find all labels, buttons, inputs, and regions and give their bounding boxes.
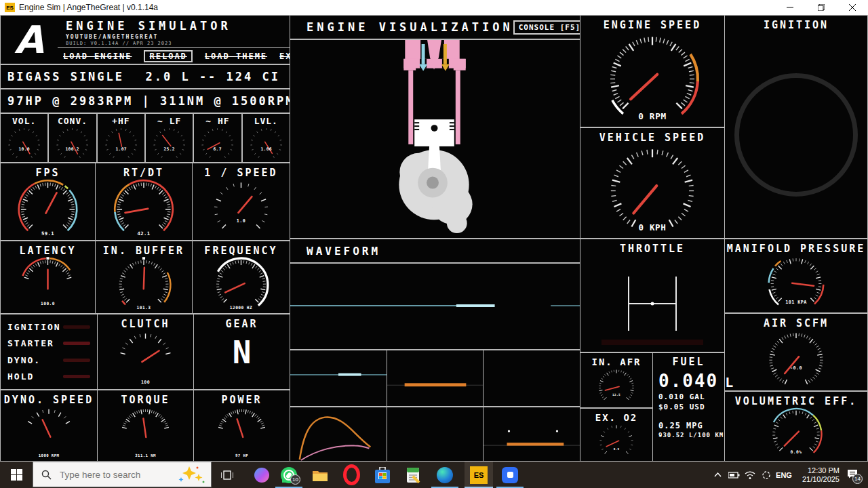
fuel-title: FUEL [658,356,724,368]
throttle-bar [601,340,703,345]
battery-icon[interactable] [726,462,742,488]
menu-load-engine[interactable]: LOAD ENGINE [63,52,132,61]
mixer-gauge-row: VOL.10.0 CONV.100.2 +HF1.07 ~ LF25.2 ~ H… [0,113,290,163]
toggle-hold[interactable]: HOLD [7,371,90,382]
svg-text:100: 100 [141,380,150,385]
wrist-pin [431,125,438,131]
menu-reload[interactable]: RELOAD [144,50,192,62]
file-explorer-icon[interactable] [307,462,334,488]
menu-exit[interactable]: EXIT [279,52,290,61]
gear-value: N [233,334,252,371]
gauge-level: LVL.1.06 [242,113,290,163]
svg-text:0 RPM: 0 RPM [638,111,667,121]
engine-sim-taskbar-icon[interactable]: ES [465,462,493,488]
toggle-dyno[interactable]: DYNO. [7,355,90,365]
screen-clip-icon[interactable] [758,462,774,488]
close-button[interactable] [837,0,868,15]
window-app-icon: ES [5,3,15,12]
notification-center-icon[interactable]: 14 [841,462,864,488]
svg-text:101.3: 101.3 [137,305,151,310]
windows-taskbar: 10 ES [0,462,868,488]
app-menu: LOAD ENGINE RELOAD LOAD THEME EXIT [58,47,290,64]
starter-indicator [63,342,90,345]
gauge-high-freq-noise: ~ HF6.7 [193,113,241,163]
language-indicator[interactable]: ENG [773,462,795,488]
gauge-manifold-pressure: MANIFOLD PRESSURE101 KPA [724,239,868,313]
gauge-air-scfm: AIR SCFM-0.0 [724,313,868,391]
piston [414,119,454,146]
svg-text:100.2: 100.2 [66,146,79,151]
svg-text:101 KPA: 101 KPA [785,300,807,305]
waveform-panel [290,263,580,350]
subchart-empty-bottom [387,407,484,462]
throttle-panel: THROTTLE [580,239,725,352]
torque-power-curves [290,407,387,461]
gear-panel: GEARN [193,314,290,390]
edge-icon[interactable] [431,462,458,488]
microsoft-store-icon[interactable] [369,462,396,488]
svg-text:97 HP: 97 HP [235,453,248,458]
engine-name-panel: BIGASS SINGLE 2.0 L -- 124 CI [0,64,290,89]
cylinder-wall-left [408,70,413,144]
whatsapp-badge: 10 [290,474,300,485]
spreadsheet-app-icon[interactable] [400,462,427,488]
copilot-app-icon[interactable] [248,462,275,488]
svg-text:311.1 NM: 311.1 NM [135,453,156,458]
svg-text:1000 RPM: 1000 RPM [39,453,60,458]
gauge-power: POWER97 HP [193,390,290,462]
tray-chevron-up-icon[interactable] [709,462,726,488]
viz-title: ENGINE VISUALIZATION [290,20,513,34]
app-header-panel: A ENGINE SIMULATOR YOUTUBE/ANGETHEGREAT … [0,15,290,64]
console-button[interactable]: CONSOLE [F5] [513,20,580,35]
window-titlebar: ES Engine Sim | AngeTheGreat | v0.1.14a [0,0,868,15]
search-input[interactable] [58,469,163,481]
gauge-volume: VOL.10.0 [0,113,48,163]
fuel-l100km: 930.52 L/100 KM [658,432,724,439]
clock-date: 21/10/2025 [802,475,840,484]
gauge-input-buffer: IN. BUFFER101.3 [95,241,193,314]
gauge-intake-afr: IN. AFR12.5 [580,352,653,408]
svg-text:10.0: 10.0 [18,146,29,151]
menu-load-theme[interactable]: LOAD THEME [205,52,267,61]
waveform-header-panel: WAVEFORM [290,239,580,263]
power-curve [300,417,371,460]
gauge-convolution: CONV.100.2 [48,113,96,163]
task-view-button[interactable] [214,462,241,488]
svg-text:1.07: 1.07 [115,146,126,151]
engine-name: BIGASS SINGLE [7,70,124,83]
engine-power-panel: 97HP @ 2983RPM | 311NM @ 1500RPM [0,89,290,113]
start-button[interactable] [0,462,33,488]
taskbar-search[interactable] [33,462,212,487]
gauge-rtdt: RT/DT42.1 [95,163,193,241]
gauge-frequency: FREQUENCY12000 HZ [192,241,290,314]
svg-text:-0.0: -0.0 [790,365,802,371]
wifi-icon[interactable] [742,462,758,488]
whatsapp-icon[interactable]: 10 [275,462,302,488]
engine-toggles-panel: IGNITION STARTER DYNO. HOLD [0,314,98,390]
ignition-indicator [63,325,90,329]
fuel-cost: $0.05 USD [658,403,724,411]
gauge-volumetric-efficiency: VOLUMETRIC EFF.0.0% [724,391,868,462]
app-title: ENGINE SIMULATOR [66,19,290,33]
blue-app-icon[interactable] [496,462,524,488]
viz-header-panel: ENGINE VISUALIZATION CONSOLE [F5] [290,15,580,39]
svg-text:42.1: 42.1 [137,230,150,237]
taskbar-clock[interactable]: 12:30 PM 21/10/2025 [802,462,840,488]
subchart-dyno-curves [290,407,387,462]
minimize-button[interactable] [774,0,806,15]
gauge-dyno-speed: DYNO. SPEED1000 RPM [0,390,98,462]
fuel-unit: L [725,374,733,390]
gauge-latency: LATENCY100.0 [0,241,96,314]
svg-text:8.9: 8.9 [614,447,620,451]
svg-text:59.1: 59.1 [41,230,54,237]
maximize-button[interactable] [806,0,837,15]
opera-icon[interactable] [338,462,365,488]
toggle-ignition[interactable]: IGNITION [7,322,90,332]
gauge-low-freq-noise: ~ LF25.2 [145,113,193,163]
engine-diagram [290,40,580,238]
exhaust-valve [443,44,447,64]
search-icon [41,470,52,480]
toggle-starter[interactable]: STARTER [7,338,90,348]
svg-text:1.0: 1.0 [237,218,246,224]
app-build-info: BUILD: V0.1.14A // APR 23 2023 [66,41,290,46]
